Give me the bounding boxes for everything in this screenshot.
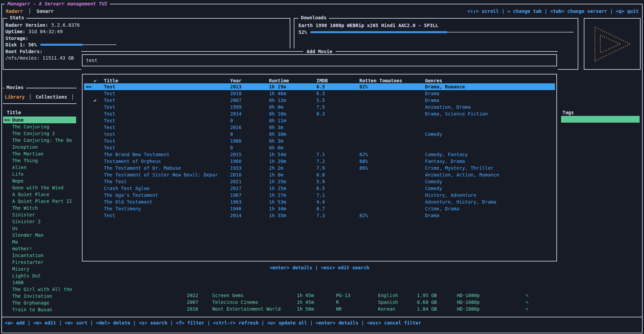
search-result-row[interactable]: => ✔ test 0 0h 30m Comedy [84, 131, 555, 138]
library-movie-row[interactable]: => Nope [3, 178, 76, 184]
result-year: 0 [230, 117, 233, 124]
result-runtime: 0h 10m [269, 110, 286, 117]
monitored-check-icon: ✔ [94, 97, 96, 104]
add-movie-search-input[interactable] [83, 55, 556, 66]
library-movie-row[interactable]: => Gone with the Wind [3, 184, 76, 191]
search-result-row[interactable]: => ✔ Test 2014 0h 10m 8.3 Drama, Science… [84, 110, 555, 117]
result-runtime: 0h 3m [269, 138, 283, 144]
download-item[interactable]: Earth 1998 1080p WEBRip x265 Hindi AAC2.… [298, 22, 574, 29]
result-runtime: 1h 20m [269, 158, 286, 165]
result-runtime: 1h 54m [269, 151, 286, 158]
library-table-row[interactable]: 2016 Next Entertainment World 1h 58m NR … [187, 306, 641, 312]
add-movie-title: Add Movie [303, 49, 336, 54]
movies-panel-title: Movies [4, 85, 26, 90]
library-movie-row[interactable]: => Sinister [3, 211, 76, 218]
search-result-row[interactable]: => ✔ The Testimony 1946 1h 34m 6.7 Crime… [84, 205, 555, 212]
movie-title: Misery [12, 266, 29, 272]
library-movie-row[interactable]: => The Invitation [3, 293, 76, 299]
library-movie-row[interactable]: => The Conjuring: The De [3, 137, 76, 144]
result-title: Test [104, 83, 115, 90]
search-result-row[interactable]: => ✔ Test 0 0h 11m [84, 117, 555, 124]
library-movie-row[interactable]: => The Conjuring [3, 123, 76, 130]
library-movie-row[interactable]: => Firestarter [3, 259, 76, 266]
search-result-row[interactable]: => ✔ Test 1988 0h 3m [84, 138, 555, 144]
library-movie-row[interactable]: => A Quiet Place [3, 191, 76, 198]
search-result-row[interactable]: => ✔ Test 2018 1h 46m 6.3 Drama [84, 90, 555, 97]
result-title: The Aga's Testament [104, 192, 158, 199]
library-movie-row[interactable]: => Alien [3, 164, 76, 171]
library-movie-row[interactable]: => Life [3, 171, 76, 178]
library-movie-row[interactable]: => Inception [3, 144, 76, 150]
search-result-row[interactable]: => ✔ Test 2007 0h 12m 5.5 Drama [84, 97, 555, 104]
library-movie-row[interactable]: => The Martian [3, 150, 76, 157]
result-year: 1933 [230, 165, 242, 171]
tab-separator: │ [28, 8, 31, 14]
search-result-row[interactable]: => ✔ Test 2014 1h 35m 7.3 82% Drama [84, 212, 555, 219]
library-movie-row[interactable]: => Incantation [3, 252, 76, 259]
border-line [336, 51, 558, 52]
library-movie-row[interactable]: => The Girl with All the [3, 286, 76, 293]
movie-title: Us [12, 225, 18, 232]
search-result-row[interactable]: => ✔ Test 2016 0h 3m [84, 124, 555, 131]
library-movie-row[interactable]: => 1408 [3, 279, 76, 286]
tab-library[interactable]: Library [5, 94, 25, 100]
search-result-row[interactable]: => ✔ The Brand New Testament 2015 1h 54m… [84, 151, 555, 158]
movie-title: Slender Man [12, 232, 44, 238]
app-title: Managarr - A Servarr management TUI [5, 1, 110, 6]
search-result-row[interactable]: => ✔ The Testament of Dr. Mabuse 1933 2h… [84, 165, 555, 171]
library-table-row[interactable]: 2007 Telecinco Cinema 1h 45m R Spanish 0… [187, 299, 641, 306]
uptime-label: Uptime: [5, 29, 25, 34]
search-result-row[interactable]: => ✔ The Testament of Sister New Devil: … [84, 171, 555, 178]
pencil-icon: ✎ [526, 299, 528, 306]
library-movie-row[interactable]: => The Thing [3, 157, 76, 164]
result-imdb: 7.2 [316, 158, 325, 165]
selection-arrow: => [4, 117, 10, 123]
result-runtime: 1h 25m [269, 185, 286, 192]
search-result-row[interactable]: => ✔ The Aga's Testament 1967 1h 27m 7.1… [84, 192, 555, 199]
library-movie-row[interactable]: => Us [3, 225, 76, 232]
result-imdb: 7.1 [316, 151, 325, 158]
library-movie-row[interactable]: => Lights Out [3, 272, 76, 279]
library-movie-row[interactable]: => Sinister 2 [3, 218, 76, 225]
library-movie-row[interactable]: => Misery [3, 266, 76, 272]
result-genres: Fantasy, Drama [425, 158, 465, 165]
result-title: Test [104, 138, 115, 144]
cell-certification: PG-13 [336, 292, 350, 299]
header-rotten-tomatoes: Rotten Tomatoes [359, 77, 402, 84]
pencil-icon: ✎ [526, 292, 528, 299]
search-result-row[interactable]: => ✔ Crash Test Aglae 2017 1h 25m 6.5 Co… [84, 185, 555, 192]
library-movie-row[interactable]: => A Quiet Place Part II [3, 198, 76, 205]
tab-radarr[interactable]: Radarr [6, 8, 23, 14]
result-genres: Crime, Mystery, Thriller [425, 165, 493, 171]
library-movie-row[interactable]: => Ma [3, 238, 76, 245]
movie-title: The Girl with All the [12, 286, 72, 293]
tab-sonarr[interactable]: Sonarr [37, 8, 54, 14]
library-movie-row[interactable]: => Dune [3, 117, 76, 123]
search-result-row[interactable]: => ✔ Test 0 0h 0m [84, 144, 555, 151]
result-imdb: 7.3 [316, 212, 325, 219]
library-movie-row[interactable]: => The Conjuring 2 [3, 130, 76, 137]
cell-quality: HD-1080p [457, 292, 480, 299]
search-result-row[interactable]: => ✔ Test 2013 1h 29m 6.5 82% Drama, Rom… [84, 83, 555, 90]
search-result-row[interactable]: => ✔ Testament of Orpheus 1960 1h 20m 7.… [84, 158, 555, 165]
tab-collections[interactable]: Collections [36, 94, 67, 100]
selected-row-tags-cell[interactable] [561, 116, 640, 123]
result-runtime: 0h 0m [269, 144, 283, 151]
cell-year: 2022 [187, 292, 198, 299]
cell-quality: HD-1080p [457, 299, 480, 306]
search-result-row[interactable]: => ✔ Test 1999 0h 0m 7.5 Animation, Dram… [84, 104, 555, 110]
library-movie-row[interactable]: => Train to Busan [3, 306, 76, 313]
result-title: test [104, 131, 115, 138]
movie-title: A Quiet Place Part II [12, 198, 72, 205]
library-table-row[interactable]: 2022 Screen Gems 1h 45m PG-13 English 1.… [187, 292, 641, 299]
header-check: ✔ [94, 77, 96, 84]
stat-version: Radarr Version: 5.2.6.8376 [5, 22, 286, 28]
library-movie-row[interactable]: => The Orphanage [3, 299, 76, 306]
result-year: 2014 [230, 110, 242, 117]
library-movie-row[interactable]: => mother! [3, 245, 76, 252]
search-result-row[interactable]: => ✔ The Old Testament 1963 1h 53m 4.4 A… [84, 199, 555, 205]
library-movie-row[interactable]: => Slender Man [3, 232, 76, 238]
result-title: Test [104, 97, 115, 104]
search-result-row[interactable]: => ✔ The Test 2021 1h 25m 5.9 Comedy [84, 178, 555, 185]
library-movie-row[interactable]: => The Witch [3, 205, 76, 211]
